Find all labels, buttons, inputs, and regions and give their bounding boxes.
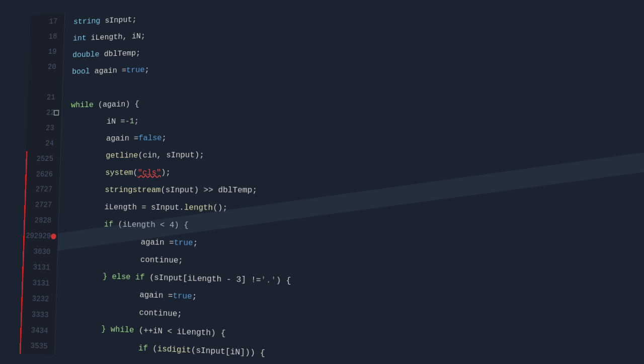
- line-num-20: 20: [29, 59, 63, 75]
- token-plain: ) {: [276, 276, 291, 286]
- line-num-33: 3333: [21, 306, 56, 323]
- token-plain: (: [148, 343, 157, 353]
- line-num-blank: _: [28, 74, 63, 90]
- line-num-34: 3434: [20, 322, 55, 339]
- token-type: double: [72, 50, 100, 59]
- token-plain: (sInput[iN])) {: [191, 345, 265, 358]
- token-func: stringstream: [68, 185, 161, 194]
- line-num-25: 2525: [26, 151, 60, 166]
- line-num-35: 3535: [20, 338, 55, 355]
- token-plain: iLength = sInput.: [68, 202, 184, 212]
- line-num-31b: 3131: [22, 275, 57, 292]
- line-num-26: 2626: [25, 166, 60, 182]
- token-type: int: [73, 33, 87, 42]
- token-if2: if: [64, 340, 148, 353]
- line-num-27: 2727: [25, 182, 59, 198]
- token-plain: again =: [65, 288, 173, 300]
- token-plain: again =: [70, 133, 138, 143]
- token-plain: (: [133, 168, 138, 177]
- token-plain: iN =: [70, 117, 125, 126]
- token-plain: continue;: [66, 253, 183, 265]
- token-num: -1: [125, 116, 134, 125]
- line-num-21: 21: [28, 89, 62, 106]
- token-else-if: } else if: [66, 271, 145, 282]
- token-plain: ;: [193, 238, 198, 247]
- token-plain: dblTemp;: [99, 48, 140, 58]
- line-num-17: 17: [30, 14, 64, 30]
- line-num-18: 18: [30, 29, 64, 45]
- token-while: while: [71, 100, 94, 110]
- token-plain: continue;: [65, 306, 182, 319]
- token-while2: } while: [64, 323, 134, 334]
- token-str-red: "cls": [137, 168, 161, 177]
- line-num-22: 22: [27, 105, 62, 121]
- token-if: if: [67, 219, 113, 229]
- line-num-32: 3232: [21, 291, 56, 307]
- token-punct: ;: [144, 65, 149, 74]
- token-bool: true: [173, 291, 192, 301]
- token-func: system: [69, 168, 133, 177]
- token-plain: again =: [90, 66, 127, 76]
- code-area: 17 18 19 20 _ 21 22 23 24 2525 2626 2727…: [20, 0, 644, 364]
- line-num-24: 24: [26, 136, 61, 151]
- token-plain: sInput;: [100, 15, 137, 25]
- token-type: string: [73, 16, 101, 26]
- token-plain: (sInput[iLength - 3] !=: [144, 272, 261, 285]
- token-str: '.': [261, 275, 276, 285]
- token-plain: (sInput) >> dblTemp;: [160, 185, 257, 195]
- token-plain: );: [161, 168, 171, 177]
- code-line-25: system ( "cls" );: [69, 161, 644, 181]
- token-func: getline: [69, 151, 138, 160]
- token-func: length: [184, 203, 213, 212]
- token-bool: true: [174, 238, 193, 247]
- code-content: string sInput; int iLength, iN; double d…: [55, 0, 644, 364]
- token-bool: false: [138, 133, 162, 143]
- token-plain: (iLength < 4) {: [113, 220, 189, 230]
- token-bool: true: [126, 65, 145, 74]
- token-plain: (again) {: [94, 99, 139, 109]
- line-num-30: 3030: [23, 244, 58, 260]
- token-plain: (cin, sInput);: [138, 150, 204, 160]
- token-type: bool: [72, 67, 90, 76]
- line-num-31: 3131: [22, 259, 57, 276]
- token-plain: ;: [134, 116, 139, 125]
- line-num-29: 292929: [23, 228, 58, 244]
- token-plain: ;: [192, 292, 197, 301]
- line-num-27b: 2727: [24, 198, 59, 213]
- line-num-19: 19: [29, 44, 64, 60]
- token-plain: (++iN < iLength) {: [134, 325, 225, 338]
- token-plain: iLength, iN;: [86, 31, 145, 42]
- code-line-26: stringstream (sInput) >> dblTemp;: [68, 181, 644, 201]
- token-plain: ;: [162, 133, 167, 142]
- token-func: isdigit: [157, 344, 191, 355]
- line-num-23: 23: [27, 120, 61, 136]
- token-plain: ();: [213, 203, 227, 212]
- line-num-28: 2828: [24, 213, 59, 229]
- editor-container: 17 18 19 20 _ 21 22 23 24 2525 2626 2727…: [0, 0, 644, 364]
- token-plain: again =: [67, 236, 174, 247]
